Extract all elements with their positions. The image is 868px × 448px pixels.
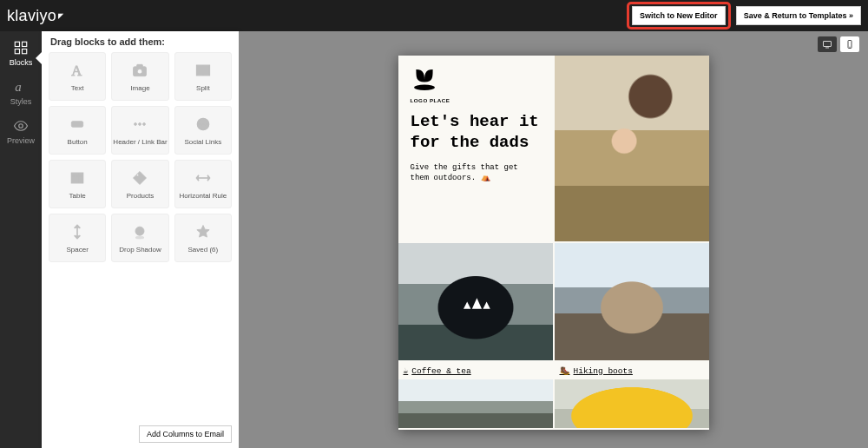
rail-tab-blocks[interactable]: Blocks bbox=[10, 40, 33, 67]
svg-rect-0 bbox=[15, 42, 19, 46]
photo-jacket-icon bbox=[555, 379, 709, 428]
rail-label-blocks: Blocks bbox=[10, 58, 33, 67]
table-icon bbox=[69, 169, 86, 187]
block-tile-spacer[interactable]: Spacer bbox=[49, 214, 106, 262]
tile-label: Products bbox=[127, 192, 155, 200]
svg-point-13 bbox=[135, 122, 137, 125]
svg-point-5 bbox=[19, 124, 23, 128]
caption-boots[interactable]: 🥾 Hiking boots bbox=[555, 362, 709, 378]
email-preview[interactable]: LOGO PLACE Let's hear it for the dads Gi… bbox=[398, 56, 709, 430]
block-tile-button[interactable]: Button bbox=[49, 106, 106, 155]
svg-rect-27 bbox=[824, 42, 832, 47]
tile-label: Text bbox=[71, 84, 84, 92]
styles-icon: a bbox=[13, 79, 29, 95]
blocks-panel: Drag blocks to add them: A Text Image Sp… bbox=[42, 31, 239, 448]
svg-rect-3 bbox=[22, 49, 26, 54]
svg-rect-9 bbox=[137, 64, 143, 67]
block-tile-products[interactable]: Products bbox=[111, 160, 168, 208]
email-hero-text: LOGO PLACE Let's hear it for the dads Gi… bbox=[398, 56, 553, 241]
rail-tab-styles[interactable]: a Styles bbox=[10, 79, 32, 106]
photo-rock-icon bbox=[398, 379, 553, 428]
tile-label: Header / Link Bar bbox=[113, 138, 167, 146]
side-rail: Blocks a Styles Preview bbox=[0, 31, 42, 448]
tile-label: Horizontal Rule bbox=[179, 192, 227, 200]
email-tile-coffee bbox=[398, 243, 553, 360]
svg-text:a: a bbox=[15, 80, 22, 94]
brand-mark-icon: ◤ bbox=[58, 12, 63, 20]
block-tile-image[interactable]: Image bbox=[111, 52, 168, 101]
rail-label-styles: Styles bbox=[10, 97, 32, 106]
panel-title: Drag blocks to add them: bbox=[42, 31, 239, 52]
mobile-view-button[interactable] bbox=[840, 36, 859, 52]
email-tile-boots bbox=[555, 243, 709, 360]
text-icon: A bbox=[69, 62, 86, 79]
split-icon bbox=[194, 62, 212, 79]
trees-icon bbox=[457, 288, 494, 316]
svg-point-14 bbox=[139, 122, 141, 125]
tile-label: Split bbox=[196, 84, 210, 92]
desktop-icon bbox=[822, 39, 832, 49]
add-columns-button[interactable]: Add Columns to Email bbox=[139, 425, 232, 443]
social-icon bbox=[194, 115, 212, 133]
tag-icon bbox=[131, 169, 148, 187]
star-icon bbox=[194, 223, 212, 240]
svg-point-25 bbox=[135, 227, 144, 235]
svg-point-31 bbox=[414, 85, 435, 90]
device-toggle bbox=[818, 36, 859, 52]
caption-boots-text: Hiking boots bbox=[574, 366, 633, 376]
tile-label: Saved (6) bbox=[187, 246, 218, 254]
highlight-switch-editor: Switch to New Editor bbox=[627, 2, 731, 30]
shadow-icon bbox=[131, 223, 148, 240]
button-icon bbox=[69, 115, 86, 133]
block-tile-saved[interactable]: Saved (6) bbox=[174, 214, 232, 262]
svg-rect-17 bbox=[71, 173, 82, 183]
svg-rect-1 bbox=[22, 42, 26, 46]
camera-icon bbox=[131, 62, 148, 79]
block-tile-header[interactable]: Header / Link Bar bbox=[111, 106, 168, 155]
block-tile-text[interactable]: A Text bbox=[49, 52, 106, 101]
block-tile-hr[interactable]: Horizontal Rule bbox=[174, 160, 232, 208]
blocks-icon bbox=[13, 40, 29, 56]
tile-label: Button bbox=[68, 138, 88, 146]
mobile-icon bbox=[845, 39, 855, 49]
spacer-icon bbox=[69, 223, 86, 240]
svg-rect-2 bbox=[15, 49, 19, 54]
logo-mark-icon bbox=[411, 68, 438, 92]
tile-label: Social Links bbox=[184, 138, 221, 146]
hr-icon bbox=[194, 169, 212, 187]
rail-tab-preview[interactable]: Preview bbox=[7, 118, 35, 145]
save-return-button[interactable]: Save & Return to Templates » bbox=[736, 6, 861, 25]
panel-notch-icon bbox=[36, 52, 42, 64]
block-tile-shadow[interactable]: Drop Shadow bbox=[111, 214, 168, 262]
svg-point-8 bbox=[138, 69, 143, 74]
block-tile-social[interactable]: Social Links bbox=[174, 106, 232, 155]
block-tile-split[interactable]: Split bbox=[174, 52, 232, 101]
photo-dad-icon bbox=[555, 56, 709, 241]
block-tile-table[interactable]: Table bbox=[49, 160, 106, 208]
logo-subtext: LOGO PLACE bbox=[411, 97, 541, 103]
email-tile-rocks bbox=[398, 379, 553, 428]
tile-label: Drop Shadow bbox=[119, 246, 161, 254]
email-headline: Let's hear it for the dads bbox=[411, 112, 541, 154]
svg-point-15 bbox=[143, 122, 146, 125]
desktop-view-button[interactable] bbox=[818, 36, 837, 52]
caption-coffee[interactable]: ☕ Coffee & tea bbox=[398, 362, 553, 378]
boot-emoji-icon: 🥾 bbox=[560, 366, 570, 376]
photo-boots-icon bbox=[555, 243, 709, 360]
rail-label-preview: Preview bbox=[7, 136, 35, 145]
email-tile-jacket bbox=[555, 379, 709, 428]
linkbar-icon bbox=[131, 115, 148, 133]
editor-canvas: LOGO PLACE Let's hear it for the dads Gi… bbox=[239, 31, 868, 448]
tile-label: Image bbox=[130, 84, 149, 92]
coffee-emoji-icon: ☕ bbox=[404, 366, 409, 376]
caption-coffee-text: Coffee & tea bbox=[411, 366, 470, 376]
switch-editor-button[interactable]: Switch to New Editor bbox=[632, 6, 726, 25]
email-subcopy: Give the gifts that get them outdoors. ⛺ bbox=[411, 162, 541, 184]
svg-point-22 bbox=[137, 174, 139, 175]
svg-text:A: A bbox=[71, 62, 82, 78]
email-hero-image bbox=[555, 56, 709, 241]
tile-label: Spacer bbox=[66, 246, 88, 254]
brand-name: klaviyo bbox=[7, 7, 56, 25]
brand-logo: klaviyo◤ bbox=[7, 7, 63, 25]
top-bar: klaviyo◤ Switch to New Editor Save & Ret… bbox=[0, 0, 868, 31]
